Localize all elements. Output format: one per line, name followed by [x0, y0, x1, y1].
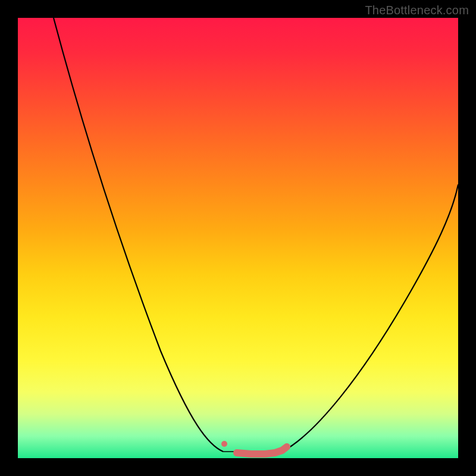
chart-frame: TheBottleneck.com — [0, 0, 476, 476]
watermark-text: TheBottleneck.com — [365, 4, 469, 17]
curve-right-branch — [282, 184, 458, 452]
svg-point-0 — [221, 441, 227, 447]
bottleneck-curve — [18, 18, 458, 458]
curve-left-branch — [54, 18, 223, 452]
plot-area — [18, 18, 458, 458]
